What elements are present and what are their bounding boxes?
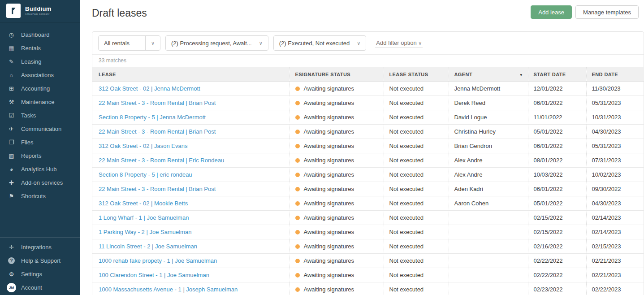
lease-link[interactable]: 312 Oak Street - 02 | Jenna McDermott: [99, 85, 200, 92]
lease-link[interactable]: 1000 Massachusetts Avenue - 1 | Joseph S…: [99, 286, 238, 293]
status-dot-icon: [295, 216, 300, 220]
sidebar-item-label: Shortcuts: [21, 193, 46, 200]
status-dot-icon: [295, 244, 300, 249]
table-row: 22 Main Street - 3 - Room Rental | Brian…: [92, 125, 644, 139]
lease-status-cell: Not executed: [384, 225, 449, 239]
lease-link[interactable]: 100 Clarendon Street - 1 | Joe Samuelman: [99, 272, 209, 278]
lease-link[interactable]: 22 Main Street - 3 - Room Rental | Brian…: [99, 186, 216, 192]
sidebar-item[interactable]: ❐ Files: [0, 135, 80, 149]
esignature-status-text: Awaiting signatures: [304, 286, 354, 293]
sidebar-item-label: Dashboard: [21, 31, 50, 38]
sidebar-footer-item[interactable]: ✛ Integrations: [0, 240, 80, 254]
end-date-cell: 04/30/2023: [586, 196, 644, 211]
sidebar-footer-item[interactable]: ⚙ Settings: [0, 267, 80, 281]
end-date-cell: 10/31/2023: [586, 110, 644, 125]
lease-link[interactable]: 22 Main Street - 3 - Room Rental | Brian…: [99, 100, 216, 106]
lease-link[interactable]: 1 Long Wharf - 1 | Joe Samuelman: [99, 214, 189, 221]
sidebar-item[interactable]: ▦ Rentals: [0, 41, 80, 55]
add-lease-button[interactable]: Add lease: [531, 5, 572, 19]
lease-cell: 22 Main Street - 3 - Room Rental | Brian…: [92, 125, 290, 139]
status-dot-icon: [295, 158, 300, 163]
start-date-cell: 08/01/2022: [528, 153, 586, 168]
manage-templates-button[interactable]: Manage templates: [575, 5, 639, 19]
esignature-status-text: Awaiting signatures: [304, 186, 354, 192]
sidebar-item[interactable]: ◕ Analytics Hub: [0, 162, 80, 176]
sidebar-item-label: Leasing: [21, 58, 42, 65]
lease-status-filter-select[interactable]: (2) Executed, Not executed ∨: [273, 35, 367, 51]
column-header-lease-status[interactable]: LEASE STATUS: [384, 67, 449, 82]
lease-link[interactable]: 312 Oak Street - 02 | Mookie Betts: [99, 200, 188, 207]
esignature-status-text: Awaiting signatures: [304, 157, 354, 164]
lease-link[interactable]: 1 Parking Way - 2 | Joe Samuelman: [99, 229, 191, 235]
sidebar-item[interactable]: ▨ Reports: [0, 149, 80, 162]
sidebar-item-label: Accounting: [21, 85, 50, 92]
end-date-cell: 02/21/2023: [586, 254, 644, 268]
end-date-cell: 02/15/2023: [586, 239, 644, 254]
esignature-status-cell: Awaiting signatures: [290, 211, 384, 225]
column-header-end-date[interactable]: END DATE: [586, 67, 644, 82]
lease-status-cell: Not executed: [384, 125, 449, 139]
sidebar-item-icon: ☑: [8, 112, 15, 119]
sidebar-item-label: Associations: [21, 72, 54, 78]
sidebar-item[interactable]: ✚ Add-on services: [0, 176, 80, 189]
lease-cell: Section 8 Property - 5 | eric rondeau: [92, 168, 290, 182]
page-header: Draft leases Add lease Manage templates: [80, 0, 644, 19]
sidebar-item[interactable]: ⌂ Associations: [0, 68, 80, 82]
filter-row: All rentals ∨ (2) Processing request, Aw…: [92, 32, 644, 55]
sidebar-item[interactable]: ☑ Tasks: [0, 108, 80, 122]
agent-cell: [449, 268, 528, 282]
lease-link[interactable]: Section 8 Property - 5 | Jenna McDermott: [99, 114, 206, 121]
sidebar-item[interactable]: ◷ Dashboard: [0, 28, 80, 41]
sidebar-footer-item[interactable]: ? Help & Support: [0, 254, 80, 267]
esignature-status-cell: Awaiting signatures: [290, 168, 384, 182]
add-filter-option-button[interactable]: Add filter option ∨: [375, 39, 423, 48]
end-date-cell: 02/21/2023: [586, 268, 644, 282]
column-header-esignature-status[interactable]: ESIGNATURE STATUS: [290, 67, 384, 82]
sidebar-item-icon: ⚒: [8, 98, 15, 106]
agent-cell: Aaron Cohen: [449, 196, 528, 211]
lease-link[interactable]: 22 Main Street - 3 - Room Rental | Brian…: [99, 128, 216, 135]
status-dot-icon: [295, 144, 300, 148]
sidebar-item-icon: ◕: [8, 165, 15, 173]
end-date-cell: 07/31/2023: [586, 153, 644, 168]
sidebar-item[interactable]: ⊞ Accounting: [0, 82, 80, 95]
sidebar-item-icon: ❐: [8, 139, 15, 146]
agent-cell: Christina Hurley: [449, 125, 528, 139]
sidebar-item-account[interactable]: JM Account: [0, 281, 80, 294]
sidebar-item-label: Add-on services: [21, 179, 63, 186]
lease-link[interactable]: 312 Oak Street - 02 | Jason Evans: [99, 143, 188, 149]
sidebar-item[interactable]: ⚑ Shortcuts: [0, 189, 80, 203]
sidebar-footer-item-icon: ✛: [8, 243, 15, 251]
agent-cell: Alex Andre: [449, 168, 528, 182]
sidebar-item[interactable]: ✈ Communication: [0, 122, 80, 135]
start-date-cell: 02/22/2022: [528, 268, 586, 282]
column-header-start-date[interactable]: START DATE: [528, 67, 586, 82]
column-header-lease[interactable]: LEASE: [92, 67, 290, 82]
lease-status-filter-value: (2) Executed, Not executed: [274, 40, 355, 47]
matches-count: 33 matches: [92, 55, 644, 67]
lease-link[interactable]: 1000 rehab fake propety - 1 | Joe Samuel…: [99, 257, 217, 264]
esignature-status-cell: Awaiting signatures: [290, 153, 384, 168]
esignature-status-text: Awaiting signatures: [304, 243, 354, 250]
sidebar-item-label: Files: [21, 139, 33, 146]
sidebar-nav: ◷ Dashboard ▦ Rentals ✎ Leasing ⌂ Associ…: [0, 28, 80, 203]
start-date-cell: 10/03/2022: [528, 168, 586, 182]
start-date-cell: 05/01/2022: [528, 125, 586, 139]
rentals-filter-select[interactable]: All rentals ∨: [98, 35, 160, 51]
lease-link[interactable]: 11 Lincoln Street - 2 | Joe Samuelman: [99, 243, 197, 250]
column-header-agent[interactable]: AGENT ▾: [449, 67, 528, 82]
esignature-status-text: Awaiting signatures: [304, 114, 354, 121]
buildium-logo[interactable]: Buildium A RealPage Company: [0, 0, 80, 22]
start-date-cell: 02/16/2022: [528, 239, 586, 254]
sidebar-item[interactable]: ⚒ Maintenance: [0, 95, 80, 108]
sidebar-item[interactable]: ✎ Leasing: [0, 55, 80, 68]
lease-link[interactable]: 22 Main Street - 3 - Room Rental | Eric …: [99, 157, 224, 164]
esignature-status-filter-select[interactable]: (2) Processing request, Await... ∨: [165, 35, 268, 51]
draft-leases-panel: All rentals ∨ (2) Processing request, Aw…: [92, 31, 644, 295]
lease-link[interactable]: Section 8 Property - 5 | eric rondeau: [99, 171, 192, 178]
table-row: 1000 Massachusetts Avenue - 1 | Joseph S…: [92, 282, 644, 295]
table-row: 312 Oak Street - 02 | Jenna McDermott Aw…: [92, 82, 644, 96]
esignature-status-cell: Awaiting signatures: [290, 139, 384, 153]
agent-cell: David Logue: [449, 110, 528, 125]
lease-status-cell: Not executed: [384, 282, 449, 295]
